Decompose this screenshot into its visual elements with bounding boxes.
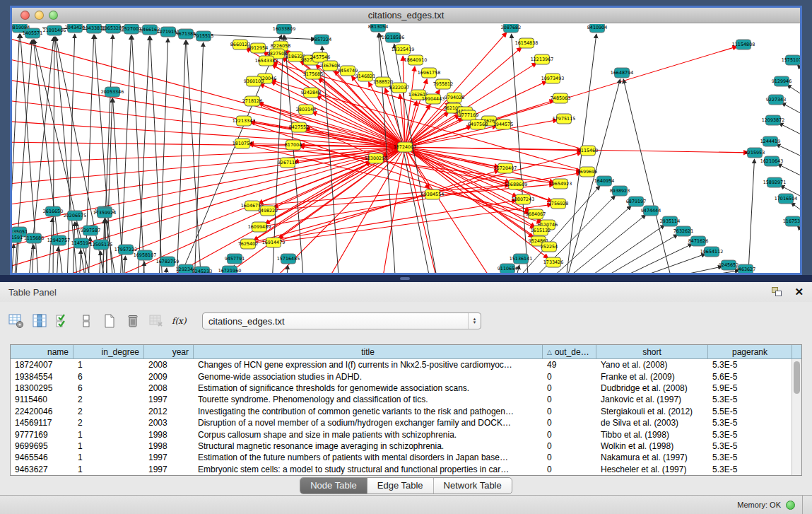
network-node[interactable]: 817004 <box>285 140 302 150</box>
new-column-icon[interactable] <box>99 310 120 332</box>
network-node[interactable]: 9756928 <box>548 199 568 209</box>
network-node[interactable]: 18325419 <box>392 45 415 54</box>
network-node[interactable]: 9360103 <box>244 76 264 86</box>
select-rows-icon[interactable] <box>52 310 73 332</box>
network-node[interactable]: 15892971 <box>763 177 787 187</box>
network-node[interactable]: 9115460 <box>578 146 598 156</box>
network-node[interactable]: 391591 <box>12 233 23 243</box>
network-node[interactable]: 252254 <box>541 242 558 252</box>
table-row[interactable]: 911546021997Tourette syndrome. Phenomeno… <box>11 394 801 405</box>
network-node[interactable]: 1615132 <box>531 226 551 235</box>
network-node[interactable]: 8427552 <box>289 122 309 132</box>
minimize-window-icon[interactable] <box>35 11 44 20</box>
network-node[interactable]: 16099489 <box>248 222 271 232</box>
tab-network-table[interactable]: Network Table <box>433 478 512 493</box>
scrollbar-thumb[interactable] <box>794 361 800 394</box>
network-node[interactable]: 16033809 <box>273 24 296 34</box>
network-node[interactable]: 10654112 <box>700 247 724 257</box>
tab-edge-table[interactable]: Edge Table <box>367 478 433 493</box>
network-node[interactable]: 8215953 <box>745 148 765 158</box>
window-titlebar[interactable]: citations_edges.txt <box>12 8 800 23</box>
table-row[interactable]: 946554611997Estimation of the future num… <box>11 452 801 463</box>
network-node[interactable]: 1527002 <box>122 24 141 34</box>
network-node[interactable]: 6879197 <box>626 197 646 206</box>
network-node[interactable]: 18807243 <box>512 194 535 204</box>
network-node[interactable]: 2087682 <box>501 24 521 33</box>
network-node[interactable]: 8813054 <box>368 24 388 32</box>
network-node[interactable]: 17016504 <box>775 194 798 204</box>
network-node[interactable]: 12505135 <box>90 240 113 250</box>
table-row[interactable]: 977716911998Corpus callosum shape and si… <box>11 428 801 440</box>
table-row[interactable]: 1456911722003Disruption of a novel membe… <box>11 417 801 428</box>
network-canvas[interactable]: 8819084140557121091406204342420433838106… <box>12 24 800 273</box>
network-node[interactable]: 8410904 <box>587 24 607 33</box>
network-node[interactable]: 1115686 <box>24 233 44 243</box>
network-node[interactable]: 1944575 <box>493 119 513 129</box>
network-node[interactable]: 7955812 <box>433 79 453 89</box>
network-node[interactable]: 9777169 <box>459 110 478 120</box>
tab-node-table[interactable]: Node Table <box>300 478 367 493</box>
network-node[interactable]: 15716485 <box>277 254 300 264</box>
network-node[interactable]: 3175685 <box>303 69 323 79</box>
network-node[interactable]: 10688609 <box>505 180 528 189</box>
network-node[interactable]: 7632621 <box>673 226 693 236</box>
close-panel-icon[interactable]: ✕ <box>794 287 804 297</box>
column-visibility-icon[interactable] <box>29 310 50 332</box>
network-node[interactable]: 8912954 <box>248 43 268 53</box>
network-node[interactable]: 1145194 <box>71 238 91 248</box>
network-node[interactable]: 15720407 <box>494 163 517 173</box>
network-node[interactable]: 20053346 <box>101 87 124 97</box>
network-node[interactable]: 1640954 <box>594 176 614 186</box>
network-node[interactable]: 1244419 <box>760 136 780 146</box>
network-node[interactable]: 1498222 <box>258 206 278 216</box>
network-node[interactable]: 20206575 <box>64 211 87 221</box>
network-node[interactable]: 2803144 <box>296 105 316 115</box>
network-node[interactable]: 9684067 <box>526 209 546 219</box>
network-node[interactable]: 1167534 <box>783 216 800 226</box>
network-node[interactable]: 17975115 <box>553 114 576 124</box>
network-node[interactable]: 15751074 <box>782 55 800 65</box>
column-header-pagerank[interactable]: pagerank <box>708 345 792 358</box>
network-node[interactable]: 9794028 <box>445 93 464 103</box>
network-node[interactable]: 12213343 <box>233 116 256 126</box>
network-node[interactable]: 8322037 <box>389 83 409 93</box>
column-header-short[interactable]: short <box>596 345 708 358</box>
network-node[interactable]: 9227343 <box>766 95 786 105</box>
network-node[interactable]: 7625402 <box>238 239 258 249</box>
network-node[interactable]: 9242848 <box>301 88 321 98</box>
close-window-icon[interactable] <box>20 11 30 20</box>
network-node[interactable]: 19218586 <box>382 33 405 42</box>
column-header-year[interactable]: year <box>144 345 194 358</box>
network-node[interactable]: 16210643 <box>760 156 784 166</box>
network-node[interactable]: 9463627 <box>736 264 755 273</box>
network-node[interactable]: 19904443 <box>422 94 445 104</box>
network-node[interactable]: 17359924 <box>93 208 117 218</box>
network-node[interactable]: 9699695 <box>577 167 597 177</box>
column-header-name[interactable]: name <box>11 345 73 358</box>
network-node[interactable]: 16648794 <box>611 68 634 78</box>
network-node[interactable]: 7915515 <box>194 31 213 41</box>
network-node[interactable]: 9267110 <box>278 158 298 168</box>
table-row[interactable]: 946362711997Embryonic stem cells: a mode… <box>11 464 801 475</box>
network-node[interactable]: 9110654 <box>498 264 517 273</box>
float-panel-icon[interactable] <box>772 287 783 297</box>
delete-column-icon[interactable] <box>122 310 143 332</box>
network-node[interactable]: 6497568 <box>468 119 488 129</box>
zoom-window-icon[interactable] <box>49 11 58 20</box>
toggle-view-icon[interactable] <box>76 310 97 332</box>
table-row[interactable]: 1938455462009Genome-wide association stu… <box>11 370 801 382</box>
network-node[interactable]: 2718126 <box>242 96 262 106</box>
panel-splitter[interactable] <box>400 277 410 280</box>
network-node[interactable]: 18640910 <box>404 55 428 65</box>
table-select-dropdown[interactable]: citations_edges.txt ▲▼ <box>202 313 481 329</box>
network-node[interactable]: 1810754 <box>233 139 252 148</box>
network-node[interactable]: 1405571 <box>23 28 42 38</box>
network-node[interactable]: 16914479 <box>262 238 286 247</box>
table-row[interactable]: 969969511998Structural magnetic resonanc… <box>11 440 801 452</box>
table-row[interactable]: 2242004622012Investigating the contribut… <box>11 406 801 417</box>
network-node[interactable]: 16958107 <box>134 250 157 260</box>
network-node[interactable]: 19384554 <box>421 189 445 199</box>
network-node[interactable]: 7857224 <box>312 35 331 45</box>
network-node[interactable]: 16961758 <box>418 68 441 78</box>
table-settings-icon[interactable] <box>6 310 27 332</box>
